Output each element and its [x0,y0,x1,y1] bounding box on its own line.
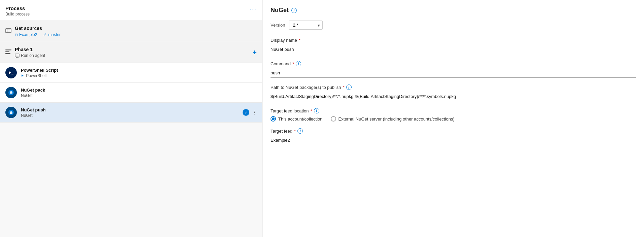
get-sources-title: Get sources [15,26,257,31]
version-row: Version 2.* [271,21,636,30]
phase-subtitle: Run on agent [15,53,45,58]
get-sources-icon [5,28,11,35]
radio-external-nuget-label: External NuGet server (including other a… [338,116,455,122]
command-required: * [292,61,294,66]
process-menu-button[interactable]: ··· [250,5,257,12]
target-feed-location-group: Target feed location * i This account/co… [271,108,636,122]
radio-this-account-circle [271,116,276,122]
target-feed-group: Target feed * i [271,128,636,145]
command-group: Command * i [271,61,636,78]
powershell-svg [8,69,14,76]
task-item-powershell[interactable]: PowerShell Script ⚑ PowerShell [0,63,262,83]
target-feed-info-icon[interactable]: i [297,128,303,134]
version-select[interactable]: 2.* [289,21,323,30]
nuget-pack-svg [7,89,15,96]
svg-rect-4 [5,51,9,52]
repo-name: Example2 [19,32,37,37]
task-item-nuget-push[interactable]: NuGet push NuGet ✓ ⋮ [0,103,262,123]
left-panel: Process Build process ··· Get sources ⊡ … [0,0,262,237]
phase-title: Phase 1 [15,47,45,52]
powershell-task-content: PowerShell Script ⚑ PowerShell [21,68,257,78]
nuget-push-icon [5,107,17,118]
powershell-icon [5,67,17,78]
phase-left: Phase 1 Run on agent [5,47,45,58]
nuget-pack-name: NuGet pack [21,88,257,93]
target-feed-location-label: Target feed location * i [271,108,636,113]
version-label: Version [271,23,285,28]
target-feed-radio-group: This account/collection External NuGet s… [271,116,636,122]
svg-rect-3 [5,49,11,50]
nuget-header: NuGet i [271,7,636,14]
radio-external-nuget[interactable]: External NuGet server (including other a… [331,116,455,122]
repo-icon: ⊡ [15,33,18,37]
get-sources-content: Get sources ⊡ Example2 ⎇ master [15,26,257,37]
nuget-info-icon[interactable]: i [291,8,297,13]
svg-rect-14 [10,91,12,92]
target-feed-location-info-icon[interactable]: i [314,108,319,113]
display-name-group: Display name * [271,38,636,54]
svg-rect-6 [15,54,19,57]
svg-rect-0 [6,29,11,33]
powershell-task-name: PowerShell Script [21,68,257,73]
process-header: Process Build process ··· [0,0,262,21]
nuget-push-check: ✓ [243,109,249,116]
svg-rect-17 [10,111,12,112]
path-required: * [343,85,345,90]
agent-icon [15,53,20,58]
task-item-nuget-pack[interactable]: NuGet pack NuGet [0,83,262,103]
process-header-content: Process Build process [5,5,30,16]
repo-meta: ⊡ Example2 [15,32,37,37]
get-sources-meta: ⊡ Example2 ⎇ master [15,32,257,37]
version-select-wrapper: 2.* [289,21,323,30]
nuget-title: NuGet [271,7,289,14]
nuget-push-svg [7,109,15,116]
radio-this-account[interactable]: This account/collection [271,116,323,122]
display-name-input[interactable] [271,45,636,54]
nuget-push-name: NuGet push [21,107,239,112]
radio-this-account-label: This account/collection [278,116,323,122]
phase-subtitle-text: Run on agent [21,53,45,58]
powershell-task-type: ⚑ PowerShell [21,73,257,78]
process-title: Process [5,5,30,11]
target-feed-required: * [294,129,296,134]
task-list: PowerShell Script ⚑ PowerShell NuGet pac… [0,63,262,237]
phase-icon [5,49,11,56]
nuget-push-menu[interactable]: ⋮ [252,110,257,115]
display-name-label: Display name * [271,38,636,43]
phase-content: Phase 1 Run on agent [15,47,45,58]
path-input[interactable] [271,92,636,101]
target-feed-input[interactable] [271,136,636,145]
svg-rect-5 [5,53,10,54]
target-feed-location-required: * [310,108,312,113]
branch-icon: ⎇ [42,33,47,37]
display-name-required: * [299,38,300,43]
nuget-pack-type: NuGet [21,93,257,98]
branch-name: master [48,32,61,37]
path-label: Path to NuGet package(s) to publish * i [271,84,636,90]
right-panel: NuGet i Version 2.* Display name * Comma… [262,0,644,237]
phase-add-button[interactable]: + [252,48,257,57]
svg-marker-10 [9,71,11,74]
phase-section: Phase 1 Run on agent + [0,42,262,63]
command-info-icon[interactable]: i [296,61,301,66]
radio-external-nuget-circle [331,116,336,122]
nuget-push-content: NuGet push NuGet [21,107,239,118]
branch-meta: ⎇ master [42,32,61,37]
target-feed-label: Target feed * i [271,128,636,134]
path-group: Path to NuGet package(s) to publish * i [271,84,636,101]
nuget-push-type: NuGet [21,113,239,118]
nuget-pack-content: NuGet pack NuGet [21,88,257,98]
process-subtitle: Build process [5,12,30,16]
command-label: Command * i [271,61,636,66]
get-sources-section: Get sources ⊡ Example2 ⎇ master [0,21,262,42]
path-info-icon[interactable]: i [346,84,352,90]
nuget-pack-icon [5,87,17,98]
command-input[interactable] [271,68,636,78]
nuget-push-actions: ✓ ⋮ [243,109,257,116]
